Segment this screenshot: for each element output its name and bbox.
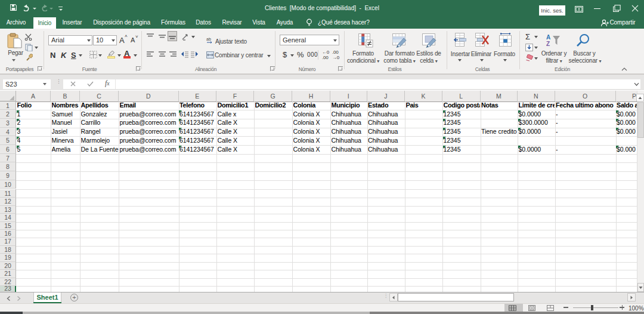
svg-text:ab: ab (206, 37, 211, 41)
svg-text:Z: Z (546, 41, 550, 47)
svg-text:A: A (546, 34, 550, 41)
